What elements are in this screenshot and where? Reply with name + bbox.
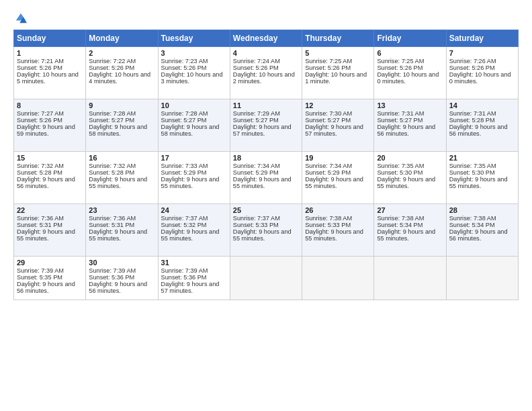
day-number: 26	[305, 206, 371, 214]
calendar-cell: 3Sunrise: 7:23 AMSunset: 5:26 PMDaylight…	[158, 47, 230, 99]
day-number: 30	[89, 259, 154, 267]
day-number: 21	[449, 154, 515, 162]
calendar-cell: 24Sunrise: 7:37 AMSunset: 5:32 PMDayligh…	[158, 204, 230, 257]
weekday-header: Friday	[374, 30, 446, 47]
calendar-table: SundayMondayTuesdayWednesdayThursdayFrid…	[13, 30, 519, 300]
calendar-cell: 22Sunrise: 7:36 AMSunset: 5:31 PMDayligh…	[14, 204, 86, 257]
calendar-cell	[230, 257, 302, 300]
calendar-cell: 20Sunrise: 7:35 AMSunset: 5:30 PMDayligh…	[374, 152, 446, 204]
calendar-cell: 5Sunrise: 7:25 AMSunset: 5:26 PMDaylight…	[302, 47, 374, 99]
day-number: 2	[89, 49, 154, 57]
calendar-cell: 11Sunrise: 7:29 AMSunset: 5:27 PMDayligh…	[230, 99, 302, 152]
day-number: 9	[89, 101, 154, 109]
day-number: 8	[17, 101, 83, 109]
day-number: 4	[233, 49, 299, 57]
calendar-cell: 14Sunrise: 7:31 AMSunset: 5:28 PMDayligh…	[446, 99, 518, 152]
day-number: 14	[449, 101, 515, 109]
day-number: 13	[377, 101, 443, 109]
logo	[13, 12, 27, 24]
day-number: 19	[305, 154, 371, 162]
calendar-cell: 30Sunrise: 7:39 AMSunset: 5:36 PMDayligh…	[86, 257, 158, 300]
calendar-cell: 19Sunrise: 7:34 AMSunset: 5:29 PMDayligh…	[302, 152, 374, 204]
weekday-header: Wednesday	[230, 30, 302, 47]
day-number: 3	[161, 49, 227, 57]
calendar-cell: 4Sunrise: 7:24 AMSunset: 5:26 PMDaylight…	[230, 47, 302, 99]
calendar-cell: 10Sunrise: 7:28 AMSunset: 5:27 PMDayligh…	[158, 99, 230, 152]
day-number: 29	[17, 259, 83, 267]
day-number: 20	[377, 154, 443, 162]
weekday-header: Sunday	[14, 30, 86, 47]
day-number: 7	[449, 49, 515, 57]
calendar-cell: 7Sunrise: 7:26 AMSunset: 5:26 PMDaylight…	[446, 47, 518, 99]
calendar-cell	[446, 257, 518, 300]
day-number: 27	[377, 206, 443, 214]
calendar-cell: 25Sunrise: 7:37 AMSunset: 5:33 PMDayligh…	[230, 204, 302, 257]
calendar-cell	[302, 257, 374, 300]
calendar-cell: 27Sunrise: 7:38 AMSunset: 5:34 PMDayligh…	[374, 204, 446, 257]
weekday-header: Thursday	[302, 30, 374, 47]
calendar-cell: 2Sunrise: 7:22 AMSunset: 5:26 PMDaylight…	[86, 47, 158, 99]
calendar-cell: 13Sunrise: 7:31 AMSunset: 5:27 PMDayligh…	[374, 99, 446, 152]
weekday-header-row: SundayMondayTuesdayWednesdayThursdayFrid…	[14, 30, 519, 47]
calendar-week-row: 8Sunrise: 7:27 AMSunset: 5:26 PMDaylight…	[14, 99, 519, 152]
day-number: 12	[305, 101, 371, 109]
calendar-cell: 23Sunrise: 7:36 AMSunset: 5:31 PMDayligh…	[86, 204, 158, 257]
calendar-cell: 28Sunrise: 7:38 AMSunset: 5:34 PMDayligh…	[446, 204, 518, 257]
calendar-cell: 8Sunrise: 7:27 AMSunset: 5:26 PMDaylight…	[14, 99, 86, 152]
day-number: 1	[17, 49, 83, 57]
day-number: 22	[17, 206, 83, 214]
calendar-cell: 9Sunrise: 7:28 AMSunset: 5:27 PMDaylight…	[86, 99, 158, 152]
calendar-week-row: 15Sunrise: 7:32 AMSunset: 5:28 PMDayligh…	[14, 152, 519, 204]
weekday-header: Tuesday	[158, 30, 230, 47]
weekday-header: Saturday	[446, 30, 518, 47]
calendar-cell: 6Sunrise: 7:25 AMSunset: 5:26 PMDaylight…	[374, 47, 446, 99]
calendar-week-row: 22Sunrise: 7:36 AMSunset: 5:31 PMDayligh…	[14, 204, 519, 257]
day-number: 17	[161, 154, 227, 162]
calendar-cell: 17Sunrise: 7:33 AMSunset: 5:29 PMDayligh…	[158, 152, 230, 204]
day-number: 11	[233, 101, 299, 109]
calendar-week-row: 29Sunrise: 7:39 AMSunset: 5:35 PMDayligh…	[14, 257, 519, 300]
day-number: 18	[233, 154, 299, 162]
calendar-cell: 29Sunrise: 7:39 AMSunset: 5:35 PMDayligh…	[14, 257, 86, 300]
logo-icon	[15, 12, 27, 24]
calendar-cell: 1Sunrise: 7:21 AMSunset: 5:26 PMDaylight…	[14, 47, 86, 99]
page: SundayMondayTuesdayWednesdayThursdayFrid…	[0, 0, 532, 411]
header	[13, 12, 519, 24]
day-number: 24	[161, 206, 227, 214]
weekday-header: Monday	[86, 30, 158, 47]
calendar-cell: 18Sunrise: 7:34 AMSunset: 5:29 PMDayligh…	[230, 152, 302, 204]
calendar-cell: 26Sunrise: 7:38 AMSunset: 5:33 PMDayligh…	[302, 204, 374, 257]
day-number: 16	[89, 154, 154, 162]
calendar-cell: 31Sunrise: 7:39 AMSunset: 5:36 PMDayligh…	[158, 257, 230, 300]
day-number: 28	[449, 206, 515, 214]
day-number: 6	[377, 49, 443, 57]
calendar-cell: 16Sunrise: 7:32 AMSunset: 5:28 PMDayligh…	[86, 152, 158, 204]
calendar-week-row: 1Sunrise: 7:21 AMSunset: 5:26 PMDaylight…	[14, 47, 519, 99]
calendar-cell: 21Sunrise: 7:35 AMSunset: 5:30 PMDayligh…	[446, 152, 518, 204]
day-number: 5	[305, 49, 371, 57]
day-number: 25	[233, 206, 299, 214]
calendar-cell: 15Sunrise: 7:32 AMSunset: 5:28 PMDayligh…	[14, 152, 86, 204]
day-number: 10	[161, 101, 227, 109]
day-number: 23	[89, 206, 154, 214]
calendar-cell: 12Sunrise: 7:30 AMSunset: 5:27 PMDayligh…	[302, 99, 374, 152]
calendar-cell	[374, 257, 446, 300]
day-number: 15	[17, 154, 83, 162]
day-number: 31	[161, 259, 227, 267]
